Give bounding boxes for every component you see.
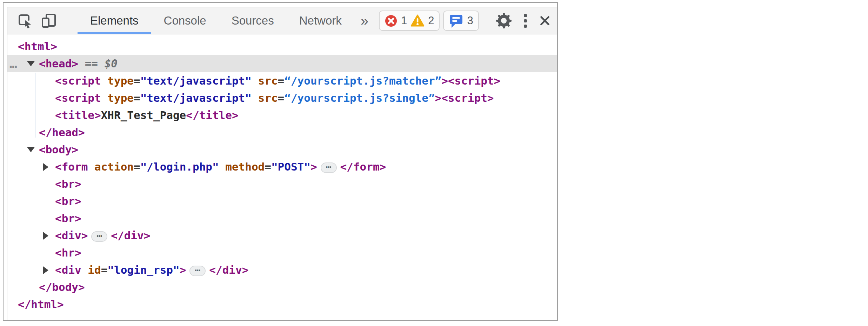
code-tag: </title> bbox=[186, 109, 238, 121]
close-icon bbox=[538, 14, 552, 27]
code-tag: <br> bbox=[55, 212, 81, 225]
tree-row[interactable]: <script type="text/javascript" src=“/you… bbox=[7, 89, 557, 107]
gear-icon bbox=[496, 13, 512, 29]
code-attr: src bbox=[258, 74, 278, 87]
hidden-children-button[interactable]: … bbox=[321, 162, 337, 173]
code-tag: ><script> bbox=[435, 92, 494, 104]
tab-console[interactable]: Console bbox=[151, 7, 219, 34]
code-attr: src bbox=[258, 92, 278, 104]
devtools-toolbar: ElementsConsoleSourcesNetwork » 1 2 bbox=[7, 7, 557, 34]
tree-row[interactable]: <script type="text/javascript" src=“/you… bbox=[7, 72, 557, 89]
tree-row[interactable]: </html> bbox=[7, 296, 557, 313]
expand-arrow-icon[interactable] bbox=[43, 163, 48, 171]
tree-row[interactable]: <br> bbox=[7, 175, 557, 193]
code-tag: <script bbox=[55, 92, 101, 104]
devtools-window: ElementsConsoleSourcesNetwork » 1 2 bbox=[7, 7, 557, 320]
page-canvas: { "toolbar": { "tabs": [ {"label": "Elem… bbox=[0, 0, 868, 326]
code-tag: <title> bbox=[55, 109, 101, 121]
tree-row[interactable]: <br> bbox=[7, 193, 557, 210]
tab-elements[interactable]: Elements bbox=[78, 7, 151, 34]
tree-row[interactable]: <form action="/login.php" method="POST">… bbox=[7, 158, 557, 175]
tree-row[interactable]: </body> bbox=[7, 279, 557, 296]
tree-row[interactable]: <br> bbox=[7, 210, 557, 227]
code-tag: <hr> bbox=[55, 246, 81, 259]
errors-warnings-badge[interactable]: 1 2 bbox=[379, 11, 440, 31]
code-eq: = bbox=[134, 160, 140, 173]
code-attr: method bbox=[225, 160, 265, 173]
more-options-button[interactable] bbox=[522, 13, 528, 29]
collapse-arrow-icon[interactable] bbox=[27, 147, 35, 152]
error-count: 1 bbox=[401, 14, 407, 27]
code-tag: <div bbox=[55, 264, 81, 276]
code-val: "POST" bbox=[271, 160, 311, 173]
code-attr: action bbox=[94, 160, 134, 173]
code-tag: </div> bbox=[209, 264, 248, 276]
device-toolbar-icon bbox=[41, 13, 56, 28]
code-tag: <br> bbox=[55, 195, 81, 207]
device-toolbar-button[interactable] bbox=[41, 13, 56, 28]
code-eq: = bbox=[134, 92, 140, 104]
close-devtools-button[interactable] bbox=[538, 14, 552, 27]
messages-badge[interactable]: 3 bbox=[443, 11, 479, 31]
expand-arrow-icon[interactable] bbox=[43, 266, 48, 274]
message-icon bbox=[449, 13, 463, 28]
tree-row[interactable]: <body> bbox=[7, 141, 557, 158]
code-plain bbox=[81, 264, 88, 276]
code-plain bbox=[101, 92, 108, 104]
inspect-element-button[interactable] bbox=[17, 13, 33, 28]
code-tag: <head> bbox=[39, 57, 78, 70]
message-count: 3 bbox=[467, 14, 473, 27]
tree-row[interactable]: <title>XHR_Test_Page</title> bbox=[7, 107, 557, 124]
code-link: “/yourscript.js?single” bbox=[284, 92, 435, 104]
tree-row[interactable]: <div>…</div> bbox=[7, 227, 557, 244]
error-icon bbox=[385, 14, 398, 27]
code-tag: ><script> bbox=[441, 74, 500, 87]
code-eq: = bbox=[278, 92, 285, 104]
tree-row-selected[interactable]: …<head> == $0 bbox=[7, 55, 557, 72]
code-plain bbox=[101, 74, 108, 87]
code-link: “/yourscript.js?matcher” bbox=[284, 74, 441, 87]
code-eq: = bbox=[278, 74, 285, 87]
screenshot-frame: ElementsConsoleSourcesNetwork » 1 2 bbox=[3, 2, 558, 321]
code-plain bbox=[252, 74, 258, 87]
dom-tree: <html>…<head> == $0<script type="text/ja… bbox=[7, 34, 557, 320]
code-tag: <script bbox=[55, 74, 101, 87]
code-tag: </div> bbox=[111, 229, 150, 242]
hidden-children-button[interactable]: … bbox=[91, 231, 107, 242]
warning-count: 2 bbox=[428, 14, 434, 27]
code-attr: id bbox=[88, 264, 101, 276]
tab-bar: ElementsConsoleSourcesNetwork bbox=[78, 7, 354, 34]
code-val: "/login.php" bbox=[140, 160, 219, 173]
inspect-cursor-icon bbox=[17, 13, 33, 28]
code-plain bbox=[252, 92, 258, 104]
tree-row[interactable]: <hr> bbox=[7, 244, 557, 261]
code-meta: == $0 bbox=[78, 57, 118, 70]
code-tag: <body> bbox=[39, 143, 78, 156]
code-eq: = bbox=[265, 160, 271, 173]
code-plain bbox=[88, 160, 94, 173]
more-tabs-button[interactable]: » bbox=[357, 13, 372, 29]
code-attr: type bbox=[107, 74, 134, 87]
code-eq: = bbox=[101, 264, 108, 276]
code-val: "text/javascript" bbox=[140, 74, 252, 87]
row-overflow-dots: … bbox=[9, 55, 17, 72]
code-tag: > bbox=[311, 160, 317, 173]
code-tag: <div> bbox=[55, 229, 88, 242]
collapse-arrow-icon[interactable] bbox=[27, 61, 35, 66]
expand-arrow-icon[interactable] bbox=[43, 232, 48, 240]
code-tag: </form> bbox=[340, 160, 386, 173]
tree-row[interactable]: <div id="login_rsp">…</div> bbox=[7, 261, 557, 279]
tree-row[interactable]: <html> bbox=[7, 38, 557, 55]
tab-network[interactable]: Network bbox=[287, 7, 354, 34]
code-text: XHR_Test_Page bbox=[101, 109, 186, 121]
tab-sources[interactable]: Sources bbox=[219, 7, 287, 34]
code-plain bbox=[219, 160, 226, 173]
code-tag: </body> bbox=[39, 281, 85, 293]
tree-row[interactable]: </head> bbox=[7, 124, 557, 141]
code-tag: </html> bbox=[18, 298, 64, 311]
settings-button[interactable] bbox=[496, 13, 512, 29]
code-tag: > bbox=[180, 264, 186, 276]
hidden-children-button[interactable]: … bbox=[189, 266, 206, 276]
code-val: "text/javascript" bbox=[140, 92, 252, 104]
code-attr: type bbox=[107, 92, 134, 104]
